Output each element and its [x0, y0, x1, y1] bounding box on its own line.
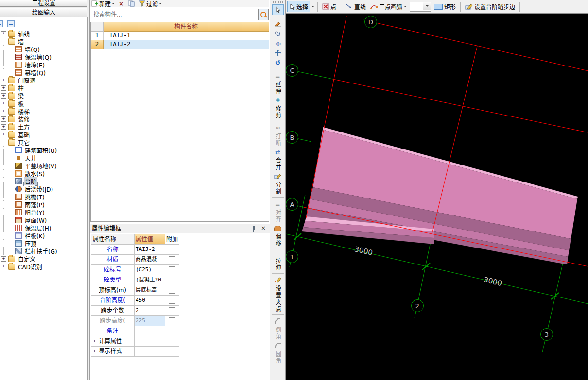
property-value[interactable]: (混凝土20 — [135, 275, 165, 285]
tree-item-wall-pier[interactable]: 墙垛(E) — [0, 61, 87, 68]
align-button[interactable]: 对齐 — [272, 209, 284, 223]
tree-item-patio[interactable]: 天井 — [0, 154, 87, 162]
rectangle-tool-button[interactable]: 矩形 — [432, 1, 457, 12]
tree-item-balcony[interactable]: 阳台(Y) — [0, 208, 87, 216]
panel-bar-drawing-input[interactable]: 绘图输入 — [0, 8, 87, 17]
stretch-button[interactable]: 拉伸 — [272, 258, 284, 271]
mirror-button[interactable]: ◁▷ — [272, 39, 284, 48]
property-row-tread-count[interactable]: 踏步个数 2 — [91, 306, 179, 316]
checkbox[interactable] — [169, 317, 175, 324]
property-row-name[interactable]: 名称 TAIJ-2 — [91, 245, 179, 255]
chamfer-button[interactable]: 倒角 — [272, 327, 284, 340]
split-button[interactable]: 分割 — [272, 182, 284, 195]
copy-graph-button[interactable] — [272, 29, 284, 38]
property-group-calc[interactable]: +计算属性 — [91, 336, 179, 347]
set-grips-button[interactable]: 设置夹点 — [272, 285, 284, 313]
grid-bubble-1[interactable]: 1 — [286, 251, 298, 263]
tree-item-canopy[interactable]: 雨蓬(P) — [0, 200, 87, 208]
grid-bubble-C[interactable]: C — [286, 65, 298, 77]
property-value[interactable]: TAIJ-2 — [135, 245, 165, 254]
property-row-concrete-type[interactable]: 砼类型 (混凝土20 — [91, 275, 179, 285]
expander-icon[interactable]: + — [1, 256, 6, 262]
tree-item-beam[interactable]: +梁 — [0, 92, 87, 99]
tree-item-railing-panel[interactable]: 栏板(K) — [0, 231, 87, 239]
expander-icon[interactable]: + — [1, 85, 6, 91]
close-icon[interactable]: × — [260, 225, 267, 232]
tree-item-handrail[interactable]: 栏杆扶手(G) — [0, 247, 87, 255]
collapse-all-icon[interactable] — [0, 20, 3, 27]
tree-item-post-cast-strip[interactable]: 后浇带(JD) — [0, 185, 87, 193]
expander-icon[interactable]: + — [1, 116, 6, 122]
tree-item-cad-recognition[interactable]: +CAD识别 — [0, 263, 87, 270]
expander-icon[interactable]: + — [1, 132, 6, 137]
tree-item-foundation[interactable]: +基础 — [0, 131, 87, 138]
property-row-tread-height[interactable]: 踏步高度( 225 — [91, 316, 179, 326]
checkbox[interactable] — [169, 256, 175, 263]
point-tool-button[interactable]: 点 — [321, 1, 338, 12]
expand-all-icon[interactable] — [7, 20, 15, 27]
tree-item-other[interactable]: -其它 — [0, 138, 87, 146]
arc-option-combo[interactable] — [410, 2, 431, 12]
property-value[interactable] — [135, 326, 165, 336]
table-row-selected[interactable]: 2 TAIJ-2 — [91, 40, 269, 49]
break-button[interactable]: 打断 — [272, 133, 284, 147]
expander-icon[interactable]: - — [1, 39, 6, 44]
filter-button[interactable]: 过滤 — [138, 0, 163, 8]
grid-bubble-D[interactable]: D — [365, 16, 377, 28]
property-row-concrete-grade[interactable]: 砼标号 (C25) — [91, 265, 179, 275]
tree-item-building-area[interactable]: 建筑面积(U) — [0, 146, 87, 154]
tree-item-site-leveling[interactable]: 平整场地(V) — [0, 162, 87, 169]
expander-icon[interactable]: + — [1, 31, 6, 36]
tree-item-earthwork[interactable]: +土方 — [0, 123, 87, 131]
tree-item-column[interactable]: +柱 — [0, 84, 87, 92]
tree-item-steps[interactable]: 台阶 — [0, 177, 87, 185]
line-tool-button[interactable]: 直线 — [344, 1, 367, 12]
grid-bubble-2[interactable]: 2 — [412, 300, 424, 312]
select-tool-button[interactable] — [272, 4, 284, 15]
property-row-step-height[interactable]: 台阶高度( 450 — [91, 296, 179, 306]
tree-item-axis[interactable]: +轴线 — [0, 30, 87, 37]
expander-icon[interactable]: + — [92, 349, 97, 354]
property-editor-titlebar[interactable]: 属性编辑框 × — [90, 224, 270, 233]
property-row-remark[interactable]: 备注 — [91, 326, 179, 336]
tree-item-apron[interactable]: 散水(S) — [0, 169, 87, 177]
move-button[interactable] — [272, 49, 284, 57]
checkbox[interactable] — [169, 266, 175, 273]
property-value[interactable]: 商品混凝 — [135, 255, 165, 264]
expander-icon[interactable]: + — [1, 78, 6, 83]
checkbox[interactable] — [169, 328, 175, 334]
chevron-down-icon[interactable] — [311, 6, 314, 9]
grid-bubble-3[interactable]: 3 — [541, 329, 553, 341]
tree-item-wall[interactable]: 墙(Q) — [0, 45, 87, 53]
expander-icon[interactable]: + — [92, 339, 97, 344]
trim-button[interactable]: 修剪 — [272, 105, 284, 119]
property-group-display[interactable]: +显示样式 — [91, 347, 179, 357]
property-row-top-elevation[interactable]: 顶标高(m) 层底标高 — [91, 285, 179, 296]
expander-icon[interactable]: + — [1, 101, 6, 106]
expander-icon[interactable]: - — [1, 140, 6, 145]
tree-item-curtain-wall[interactable]: 幕墙(Q) — [0, 68, 87, 76]
property-value[interactable]: 450 — [135, 296, 165, 305]
tree-item-coping[interactable]: 压顶 — [0, 239, 87, 247]
new-component-button[interactable]: 新建 — [90, 0, 116, 8]
rotate-button[interactable]: ↺ — [272, 58, 284, 67]
pin-icon[interactable] — [250, 226, 257, 232]
table-row[interactable]: 1 TAIJ-1 — [91, 32, 269, 40]
split-button-icon[interactable] — [272, 172, 284, 181]
expander-icon[interactable]: + — [1, 124, 6, 130]
property-value[interactable]: 2 — [135, 306, 165, 315]
offset-button[interactable]: 偏移 — [272, 233, 284, 247]
format-brush-button[interactable] — [272, 19, 284, 28]
checkbox[interactable] — [169, 307, 175, 314]
combo-arrow[interactable] — [423, 2, 431, 10]
checkbox[interactable] — [169, 277, 175, 283]
tree-item-finishing[interactable]: +装修 — [0, 115, 87, 123]
property-row-material[interactable]: 材质 商品混凝 — [91, 255, 179, 265]
property-value[interactable]: 层底标高 — [135, 285, 165, 295]
expander-icon[interactable]: + — [1, 109, 6, 114]
tree-item-slab[interactable]: +板 — [0, 99, 87, 107]
select-mode-button[interactable]: 选择 — [287, 1, 310, 12]
tree-item-roof[interactable]: 屋面(W) — [0, 216, 87, 224]
tree-item-custom[interactable]: +自定义 — [0, 255, 87, 263]
cad-viewport[interactable]: D C B A 1 — [286, 14, 588, 380]
